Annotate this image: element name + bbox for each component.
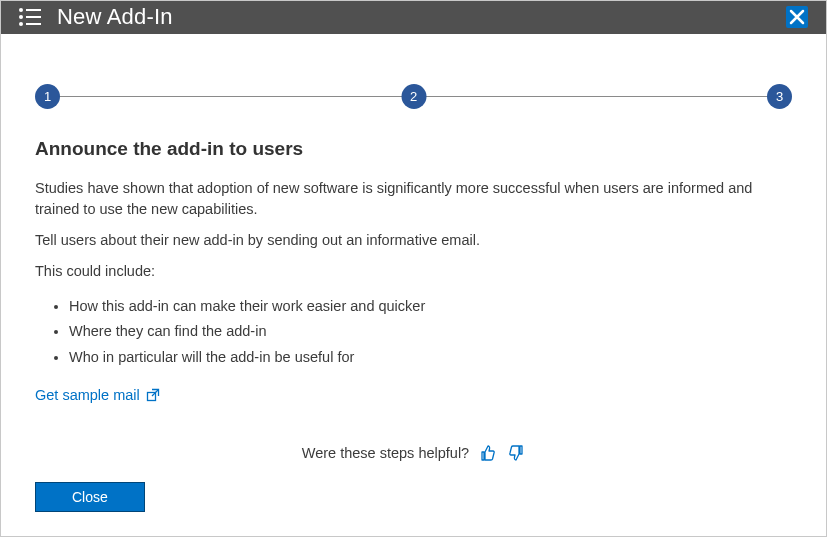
get-sample-mail-link[interactable]: Get sample mail <box>35 387 160 403</box>
list-item: Where they can find the add-in <box>69 319 792 344</box>
page-heading: Announce the add-in to users <box>35 138 792 160</box>
close-icon[interactable] <box>784 4 810 30</box>
dialog-footer: Close <box>35 462 792 512</box>
svg-rect-1 <box>26 9 41 11</box>
link-label: Get sample mail <box>35 387 140 403</box>
paragraph-include: This could include: <box>35 261 792 282</box>
dialog-title: New Add-In <box>57 4 784 30</box>
step-1[interactable]: 1 <box>35 84 60 109</box>
svg-point-2 <box>19 15 23 19</box>
list-item: Who in particular will the add-in be use… <box>69 345 792 370</box>
include-list: How this add-in can make their work easi… <box>69 294 792 370</box>
dialog-content: 1 2 3 Announce the add-in to users Studi… <box>1 34 826 536</box>
dialog-window: New Add-In 1 2 3 Announce the add-in to … <box>0 0 827 537</box>
svg-point-4 <box>19 22 23 26</box>
svg-rect-5 <box>26 23 41 25</box>
step-3[interactable]: 3 <box>767 84 792 109</box>
paragraph-tell: Tell users about their new add-in by sen… <box>35 230 792 251</box>
paragraph-intro: Studies have shown that adoption of new … <box>35 178 792 220</box>
feedback-row: Were these steps helpful? <box>35 444 792 462</box>
sample-mail-row: Get sample mail <box>35 386 792 404</box>
step-2[interactable]: 2 <box>401 84 426 109</box>
list-item: How this add-in can make their work easi… <box>69 294 792 319</box>
svg-point-0 <box>19 8 23 12</box>
titlebar: New Add-In <box>1 1 826 34</box>
thumbs-down-icon[interactable] <box>507 444 525 462</box>
external-link-icon <box>146 388 160 402</box>
list-icon <box>17 4 43 30</box>
progress-stepper: 1 2 3 <box>35 84 792 110</box>
thumbs-up-icon[interactable] <box>479 444 497 462</box>
close-button[interactable]: Close <box>35 482 145 512</box>
svg-rect-3 <box>26 16 41 18</box>
feedback-label: Were these steps helpful? <box>302 445 469 461</box>
